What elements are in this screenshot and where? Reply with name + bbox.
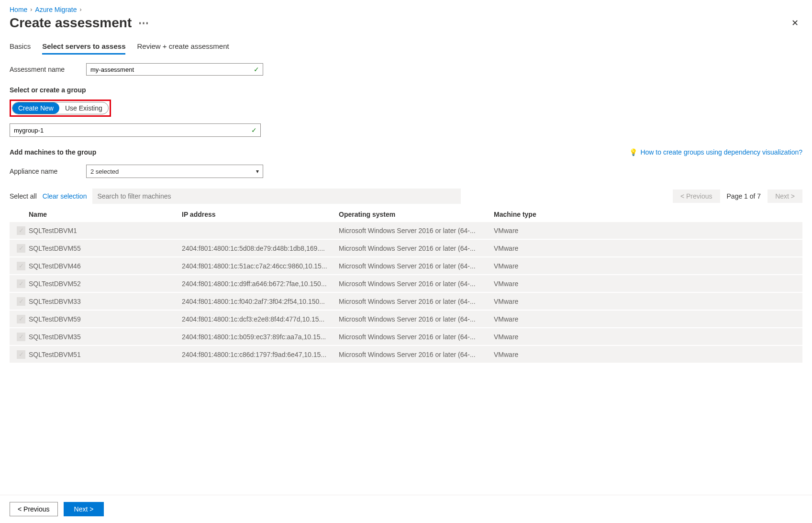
cell-os: Microsoft Windows Server 2016 or later (… [339, 245, 494, 252]
cell-type: VMware [494, 315, 802, 323]
table-row[interactable]: ✓SQLTestDBVM1Microsoft Windows Server 20… [10, 222, 802, 240]
cell-name: SQLTestDBVM52 [29, 280, 182, 288]
cell-os: Microsoft Windows Server 2016 or later (… [339, 315, 494, 323]
breadcrumb: Home › Azure Migrate › [10, 6, 802, 13]
cell-name: SQLTestDBVM35 [29, 333, 182, 341]
select-or-create-group-label: Select or create a group [10, 86, 802, 94]
cell-os: Microsoft Windows Server 2016 or later (… [339, 333, 494, 341]
cell-os: Microsoft Windows Server 2016 or later (… [339, 262, 494, 270]
cell-os: Microsoft Windows Server 2016 or later (… [339, 351, 494, 358]
checkbox[interactable]: ✓ [17, 333, 25, 341]
cell-ip: 2404:f801:4800:1c:c86d:1797:f9ad:6e47,10… [182, 351, 339, 358]
chevron-right-icon: › [30, 6, 32, 13]
table-row[interactable]: ✓SQLTestDBVM352404:f801:4800:1c:b059:ec3… [10, 328, 802, 346]
cell-ip: 2404:f801:4800:1c:f040:2af7:3f04:2f54,10… [182, 298, 339, 305]
cell-type: VMware [494, 262, 802, 270]
checkmark-icon: ✓ [251, 126, 257, 134]
lightbulb-icon: 💡 [629, 148, 637, 156]
cell-ip: 2404:f801:4800:1c:b059:ec37:89fc:aa7a,10… [182, 333, 339, 341]
header-os[interactable]: Operating system [339, 211, 494, 218]
cell-name: SQLTestDBVM51 [29, 351, 182, 358]
header-name[interactable]: Name [29, 211, 182, 218]
checkmark-icon: ✓ [254, 66, 259, 73]
dependency-visualization-link[interactable]: 💡 How to create groups using dependency … [629, 148, 802, 156]
chevron-down-icon: ▾ [256, 168, 259, 175]
header-ip[interactable]: IP address [182, 211, 339, 218]
cell-name: SQLTestDBVM33 [29, 298, 182, 305]
tab-select-servers[interactable]: Select servers to assess [42, 42, 125, 55]
pager-next-button[interactable]: Next > [768, 189, 802, 203]
cell-ip: 2404:f801:4800:1c:51ac:c7a2:46cc:9860,10… [182, 262, 339, 270]
assessment-name-label: Assessment name [10, 66, 77, 73]
toggle-create-new[interactable]: Create New [12, 102, 59, 114]
tab-basics[interactable]: Basics [10, 42, 31, 55]
table-row[interactable]: ✓SQLTestDBVM512404:f801:4800:1c:c86d:179… [10, 346, 802, 364]
checkbox[interactable]: ✓ [17, 226, 25, 235]
table-row[interactable]: ✓SQLTestDBVM552404:f801:4800:1c:5d08:de7… [10, 240, 802, 257]
add-machines-label: Add machines to the group [10, 148, 96, 156]
checkbox[interactable]: ✓ [17, 350, 25, 359]
highlight-box: Create New Use Existing [10, 100, 111, 117]
cell-type: VMware [494, 227, 802, 234]
cell-type: VMware [494, 298, 802, 305]
appliance-name-value: 2 selected [90, 168, 119, 175]
checkbox[interactable]: ✓ [17, 315, 25, 323]
appliance-name-label: Appliance name [10, 167, 77, 175]
toggle-use-existing[interactable]: Use Existing [59, 102, 108, 114]
checkbox[interactable]: ✓ [17, 279, 25, 288]
cell-name: SQLTestDBVM46 [29, 262, 182, 270]
cell-type: VMware [494, 245, 802, 252]
cell-name: SQLTestDBVM1 [29, 227, 182, 234]
table-row[interactable]: ✓SQLTestDBVM332404:f801:4800:1c:f040:2af… [10, 293, 802, 311]
group-name-input[interactable] [10, 123, 261, 137]
checkbox[interactable]: ✓ [17, 262, 25, 270]
cell-type: VMware [494, 280, 802, 288]
cell-type: VMware [494, 333, 802, 341]
cell-ip: 2404:f801:4800:1c:d9ff:a646:b672:7fae,10… [182, 280, 339, 288]
cell-name: SQLTestDBVM55 [29, 245, 182, 252]
checkbox[interactable]: ✓ [17, 297, 25, 306]
select-all-button[interactable]: Select all [10, 192, 37, 200]
cell-ip: 2404:f801:4800:1c:dcf3:e2e8:8f4d:477d,10… [182, 315, 339, 323]
machines-table: Name IP address Operating system Machine… [10, 207, 802, 364]
cell-os: Microsoft Windows Server 2016 or later (… [339, 227, 494, 234]
cell-name: SQLTestDBVM59 [29, 315, 182, 323]
table-row[interactable]: ✓SQLTestDBVM522404:f801:4800:1c:d9ff:a64… [10, 275, 802, 293]
cell-os: Microsoft Windows Server 2016 or later (… [339, 298, 494, 305]
tab-review-create[interactable]: Review + create assessment [137, 42, 229, 55]
breadcrumb-azure-migrate[interactable]: Azure Migrate [35, 6, 77, 13]
header-type[interactable]: Machine type [494, 211, 802, 218]
more-actions-icon[interactable]: ⋯ [138, 17, 149, 29]
pager-previous-button[interactable]: < Previous [673, 189, 720, 203]
search-machines-input[interactable] [92, 189, 461, 204]
group-toggle: Create New Use Existing [12, 102, 109, 114]
cell-ip: 2404:f801:4800:1c:5d08:de79:d48b:1db8,16… [182, 245, 339, 252]
page-title: Create assessment ⋯ [10, 15, 149, 31]
appliance-name-dropdown[interactable]: 2 selected ▾ [86, 165, 263, 178]
page-title-text: Create assessment [10, 15, 132, 31]
cell-os: Microsoft Windows Server 2016 or later (… [339, 280, 494, 288]
checkbox[interactable]: ✓ [17, 244, 25, 253]
pager-info: Page 1 of 7 [727, 192, 761, 200]
breadcrumb-home[interactable]: Home [10, 6, 27, 13]
chevron-right-icon: › [80, 6, 82, 13]
cell-type: VMware [494, 351, 802, 358]
tabs: Basics Select servers to assess Review +… [10, 42, 802, 55]
close-icon[interactable]: ✕ [788, 16, 802, 30]
table-row[interactable]: ✓SQLTestDBVM592404:f801:4800:1c:dcf3:e2e… [10, 311, 802, 328]
dependency-visualization-link-text: How to create groups using dependency vi… [640, 148, 802, 156]
assessment-name-input[interactable] [86, 63, 263, 76]
clear-selection-button[interactable]: Clear selection [43, 192, 87, 200]
table-row[interactable]: ✓SQLTestDBVM462404:f801:4800:1c:51ac:c7a… [10, 257, 802, 275]
table-header: Name IP address Operating system Machine… [10, 207, 802, 222]
pager: < Previous Page 1 of 7 Next > [673, 189, 802, 203]
